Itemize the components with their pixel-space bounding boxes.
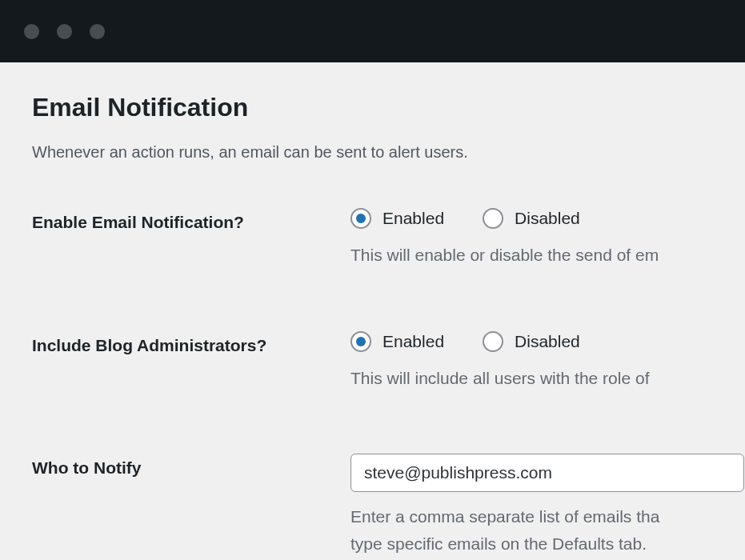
setting-label-enable-email: Enable Email Notification?	[32, 208, 350, 232]
help-text-include-admins: This will include all users with the rol…	[350, 365, 745, 392]
page-title: Email Notification	[32, 93, 745, 122]
traffic-light-close[interactable]	[24, 24, 39, 39]
radio-disabled[interactable]	[483, 208, 503, 229]
radio-option-enabled[interactable]: Enabled	[350, 331, 444, 352]
setting-enable-email: Enable Email Notification? Enabled Disab…	[32, 208, 745, 269]
setting-label-include-admins: Include Blog Administrators?	[32, 331, 350, 355]
help-text-who-to-notify-1: Enter a comma separate list of emails th…	[350, 503, 745, 530]
setting-label-who-to-notify: Who to Notify	[32, 454, 350, 478]
radio-label-disabled: Disabled	[515, 209, 580, 228]
setting-control-include-admins: Enabled Disabled This will include all u…	[350, 331, 745, 392]
who-to-notify-input[interactable]	[350, 454, 744, 492]
radio-option-enabled[interactable]: Enabled	[350, 208, 444, 229]
settings-panel: Email Notification Whenever an action ru…	[0, 62, 745, 557]
setting-include-admins: Include Blog Administrators? Enabled Dis…	[32, 331, 745, 392]
radio-group-enable-email: Enabled Disabled	[350, 208, 745, 229]
radio-option-disabled[interactable]: Disabled	[483, 208, 580, 229]
radio-label-enabled: Enabled	[383, 209, 444, 228]
help-text-who-to-notify-2: type specific emails on the Defaults tab…	[350, 530, 745, 558]
radio-option-disabled[interactable]: Disabled	[483, 331, 580, 352]
radio-disabled[interactable]	[483, 331, 503, 352]
radio-enabled[interactable]	[350, 208, 371, 229]
radio-group-include-admins: Enabled Disabled	[350, 331, 745, 352]
radio-label-enabled: Enabled	[383, 332, 444, 351]
window-titlebar	[0, 0, 745, 62]
setting-control-enable-email: Enabled Disabled This will enable or dis…	[350, 208, 745, 269]
traffic-light-minimize[interactable]	[57, 24, 72, 39]
radio-label-disabled: Disabled	[515, 332, 580, 351]
setting-who-to-notify: Who to Notify Enter a comma separate lis…	[32, 454, 745, 557]
page-description: Whenever an action runs, an email can be…	[32, 143, 745, 162]
help-text-enable-email: This will enable or disable the send of …	[350, 242, 745, 269]
setting-control-who-to-notify: Enter a comma separate list of emails th…	[350, 454, 745, 557]
traffic-light-zoom[interactable]	[90, 24, 105, 39]
radio-enabled[interactable]	[350, 331, 371, 352]
